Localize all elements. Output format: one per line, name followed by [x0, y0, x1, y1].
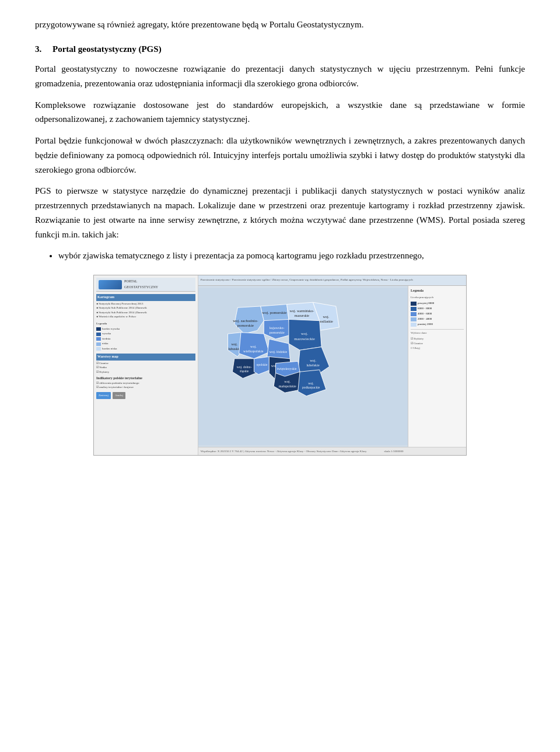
panel-item: ☑ Etykiety [96, 370, 195, 375]
panel-subtitle: Indikatory polskie terytorialne [96, 376, 195, 381]
svg-text:woj.: woj. [301, 331, 308, 335]
svg-text:lubuskie: lubuskie [228, 347, 240, 351]
svg-text:woj.: woj. [310, 359, 316, 362]
screenshot-main-area: Przestrzenie statystyczne / Przestrzenie… [198, 275, 466, 455]
svg-text:podlaskie: podlaskie [319, 320, 333, 323]
screenshot-header: PORTALGEOSTATYSTYCZNY [96, 278, 195, 292]
section-number: 3. [35, 44, 41, 54]
svg-text:pomorskie: pomorskie [237, 323, 253, 327]
intro-paragraph: przygotowywane są również agregaty, któr… [35, 18, 525, 32]
svg-text:woj.: woj. [323, 315, 329, 319]
screenshot-left-panel: PORTALGEOSTATYSTYCZNY Kartogram ● Statys… [94, 275, 198, 455]
panel-item: ☑ Siatka [96, 366, 195, 370]
svg-text:kujawsko-: kujawsko- [270, 326, 285, 330]
svg-text:woj. zachodnio-: woj. zachodnio- [233, 319, 258, 323]
section-heading: 3. Portal geostatystyczny (PGS) [35, 42, 525, 56]
section-title: Portal geostatystyczny (PGS) [52, 44, 162, 54]
svg-text:woj. pomorskie: woj. pomorskie [262, 310, 286, 314]
svg-text:opolskie: opolskie [256, 363, 268, 366]
panel-item: ☑ analizy terytorialne i krajowe [96, 386, 195, 390]
svg-text:woj.: woj. [250, 344, 257, 348]
panel-title-2: Warstwy map [96, 354, 195, 361]
svg-text:woj.: woj. [284, 380, 290, 383]
svg-text:wielkopolskie: wielkopolskie [243, 349, 264, 352]
panel-item: ☑ obliczenia podzialu terytorialnego [96, 382, 195, 386]
svg-text:mazurskie: mazurskie [294, 314, 309, 317]
svg-text:mazowieckie: mazowieckie [294, 337, 314, 341]
header-text: PORTALGEOSTATYSTYCZNY [124, 279, 193, 290]
screenshot-container: PORTALGEOSTATYSTYCZNY Kartogram ● Statys… [35, 275, 525, 456]
svg-text:woj.: woj. [231, 342, 237, 346]
btn-ok[interactable]: Zastosuj [96, 392, 111, 399]
svg-text:śląskie: śląskie [240, 369, 249, 373]
paragraph-1: Portal geostatystyczny to nowoczesne roz… [35, 62, 525, 91]
panel-item: ● Statystyki Rocznej Powszechnej 2013 [96, 302, 195, 306]
portal-screenshot: PORTALGEOSTATYSTYCZNY Kartogram ● Statys… [93, 275, 467, 456]
screenshot-toolbar: Przestrzenie statystyczne / Przestrzenie… [198, 275, 466, 286]
paragraph-2: Kompleksowe rozwiązanie dostosowane jest… [35, 98, 525, 127]
svg-text:świętokrzyskie: świętokrzyskie [276, 367, 296, 370]
screenshot-bottom-bar: Współrzędne: X 202350.5 Y 764.42 | Aktyw… [198, 447, 466, 455]
poland-map-container: woj. zachodnio- pomorskie woj. pomorskie… [198, 286, 408, 447]
svg-text:woj. łódzkie: woj. łódzkie [269, 349, 287, 353]
panel-title-1: Kartogram [96, 294, 195, 301]
panel-item: ● Wartości dla aspektów w Polsce [96, 315, 195, 319]
btn-cancel[interactable]: Anuluj [113, 392, 125, 399]
panel-item: ● Statystyki Sub Publiczne 2014 (Danowik [96, 311, 195, 315]
svg-text:podkarpackie: podkarpackie [302, 386, 320, 389]
svg-text:woj. dolno-: woj. dolno- [236, 365, 251, 368]
feature-list: wybór zjawiska tematycznego z listy i pr… [58, 249, 525, 263]
panel-item: ☑ Granice [96, 362, 195, 366]
svg-text:lubelskie: lubelskie [306, 363, 319, 367]
panel-item: ● Statystyki Sub Publiczne 2014 (Danowik [96, 306, 195, 310]
paragraph-4: PGS to pierwsze w statystyce narzędzie d… [35, 184, 525, 242]
portal-logo [99, 280, 122, 289]
svg-text:małopolskie: małopolskie [278, 384, 296, 388]
paragraph-3: Portal będzie funkcjonował w dwóch płasz… [35, 134, 525, 177]
map-area: woj. zachodnio- pomorskie woj. pomorskie… [198, 286, 466, 447]
list-item: wybór zjawiska tematycznego z listy i pr… [58, 249, 525, 263]
svg-text:woj. warmińsko-: woj. warmińsko- [289, 309, 314, 313]
screenshot-right-panel: Legenda Liczba pracujących powyżej 8000 … [408, 286, 466, 447]
svg-text:pomorskie: pomorskie [269, 331, 284, 334]
svg-text:woj.: woj. [308, 381, 314, 384]
